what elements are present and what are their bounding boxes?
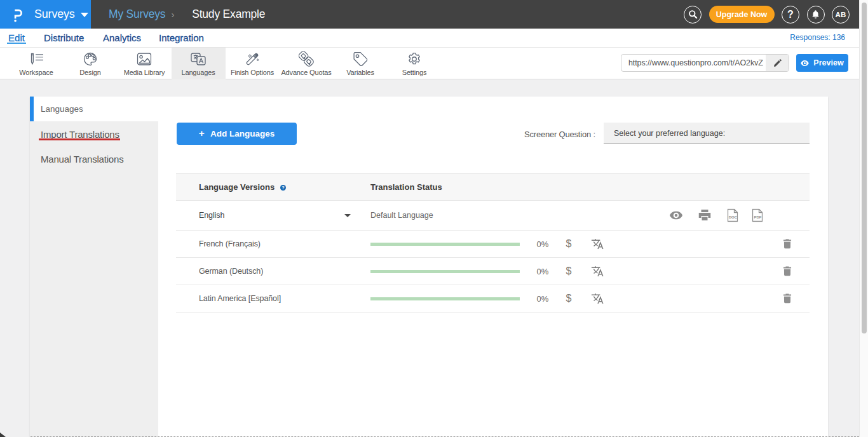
svg-text:DOC: DOC bbox=[729, 215, 738, 219]
svg-text:PDF: PDF bbox=[754, 215, 762, 219]
